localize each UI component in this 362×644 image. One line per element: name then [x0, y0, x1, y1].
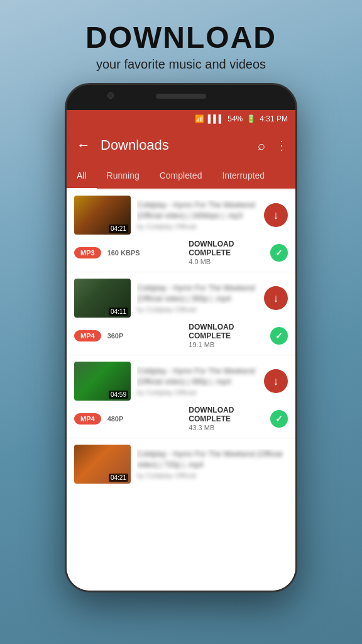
complete-text-2: DOWNLOAD COMPLETE [189, 323, 264, 340]
back-button[interactable]: ← [74, 135, 93, 156]
battery-icon: 🔋 [246, 114, 256, 123]
download-button-1[interactable]: ↓ [264, 203, 288, 227]
promo-subtitle: your favorite music and videos [96, 57, 266, 72]
item-channel-2: by Coldplay Official [137, 306, 258, 313]
quality-text-1: 160 KBPS [107, 249, 183, 257]
thumbnail-2: 04:11 [74, 279, 131, 318]
quality-text-3: 480P [107, 415, 183, 423]
item-channel-1: by Coldplay Official [137, 223, 258, 230]
download-arrow-icon-1: ↓ [273, 209, 279, 222]
quality-text-2: 360P [107, 332, 183, 340]
size-text-2: 19.1 MB [189, 341, 264, 348]
format-badge-1: MP3 [74, 247, 101, 258]
item-complete-info-1: DOWNLOAD COMPLETE 4.0 MB [189, 240, 264, 265]
item-title-1: Coldplay - Hymn For The Weekend (Officia… [137, 200, 258, 221]
wifi-icon: 📶 [195, 114, 204, 123]
tab-interrupted[interactable]: Interrupted [212, 163, 275, 188]
item-channel-4: by Coldplay Official [137, 472, 288, 479]
tab-completed[interactable]: Completed [150, 163, 212, 188]
check-icon-3: ✓ [270, 410, 288, 428]
checkmark-2: ✓ [275, 331, 283, 341]
thumbnail-1: 04:21 [74, 196, 131, 235]
download-item-2: 04:11 Coldplay - Hymn For The Weekend (O… [67, 272, 295, 355]
format-badge-3: MP4 [74, 413, 101, 425]
complete-text-3: DOWNLOAD COMPLETE [189, 406, 264, 423]
item-title-2: Coldplay - Hymn For The Weekend (Officia… [137, 283, 258, 304]
item-complete-info-3: DOWNLOAD COMPLETE 43.3 MB [189, 406, 264, 431]
phone-mockup: 📶 ▌▌▌ 54% 🔋 4:31 PM ← Downloads ⌕ ⋮ All … [65, 83, 297, 592]
header-icons: ⌕ ⋮ [258, 138, 288, 153]
checkmark-3: ✓ [275, 414, 283, 424]
download-arrow-icon-3: ↓ [273, 375, 279, 388]
download-item-4: 04:21 Coldplay - Hymn For The Weekend (O… [67, 438, 295, 495]
item-status-1: 160 KBPS [107, 249, 183, 257]
thumbnail-4: 04:21 [74, 445, 131, 484]
phone-top-bezel [67, 85, 295, 110]
item-status-2: 360P [107, 332, 183, 340]
time-text: 4:31 PM [260, 114, 288, 123]
check-icon-2: ✓ [270, 327, 288, 345]
search-icon[interactable]: ⌕ [258, 138, 265, 153]
speaker [156, 94, 206, 99]
checkmark-1: ✓ [275, 248, 283, 258]
item-status-3: 480P [107, 415, 183, 423]
complete-text-1: DOWNLOAD COMPLETE [189, 240, 264, 257]
item-title-4: Coldplay - Hymn For The Weekend (Officia… [137, 449, 288, 470]
download-arrow-icon-2: ↓ [273, 292, 279, 305]
duration-2: 04:11 [109, 308, 128, 316]
duration-1: 04:21 [109, 225, 128, 233]
promo-title: DOWNLOAD [85, 20, 277, 55]
duration-4: 04:21 [109, 474, 128, 482]
size-text-1: 4.0 MB [189, 258, 264, 265]
item-title-3: Coldplay - Hymn For The Weekend (Officia… [137, 366, 258, 387]
tab-all[interactable]: All [67, 163, 97, 188]
battery-text: 54% [228, 114, 243, 123]
item-meta-2: Coldplay - Hymn For The Weekend (Officia… [137, 283, 258, 313]
item-meta-3: Coldplay - Hymn For The Weekend (Officia… [137, 366, 258, 396]
format-badge-2: MP4 [74, 330, 101, 341]
status-bar: 📶 ▌▌▌ 54% 🔋 4:31 PM [67, 110, 295, 128]
download-item-3: 04:59 Coldplay - Hymn For The Weekend (O… [67, 355, 295, 438]
page-title: Downloads [101, 137, 250, 153]
download-button-3[interactable]: ↓ [264, 369, 288, 393]
camera [107, 92, 114, 99]
menu-icon[interactable]: ⋮ [275, 138, 288, 153]
item-meta-4: Coldplay - Hymn For The Weekend (Officia… [137, 449, 288, 479]
phone-screen: 📶 ▌▌▌ 54% 🔋 4:31 PM ← Downloads ⌕ ⋮ All … [67, 110, 295, 591]
download-item-1: 04:21 Coldplay - Hymn For The Weekend (O… [67, 189, 295, 272]
content-area: 04:21 Coldplay - Hymn For The Weekend (O… [67, 189, 295, 591]
item-complete-info-2: DOWNLOAD COMPLETE 19.1 MB [189, 323, 264, 348]
item-channel-3: by Coldplay Official [137, 389, 258, 396]
size-text-3: 43.3 MB [189, 424, 264, 431]
download-button-2[interactable]: ↓ [264, 286, 288, 310]
duration-3: 04:59 [109, 391, 128, 399]
check-icon-1: ✓ [270, 244, 288, 262]
tabs-bar: All Running Completed Interrupted [67, 163, 295, 189]
signal-icon: ▌▌▌ [208, 114, 224, 123]
tab-running[interactable]: Running [97, 163, 150, 188]
item-meta-1: Coldplay - Hymn For The Weekend (Officia… [137, 200, 258, 230]
thumbnail-3: 04:59 [74, 362, 131, 401]
app-header: ← Downloads ⌕ ⋮ [67, 128, 295, 163]
